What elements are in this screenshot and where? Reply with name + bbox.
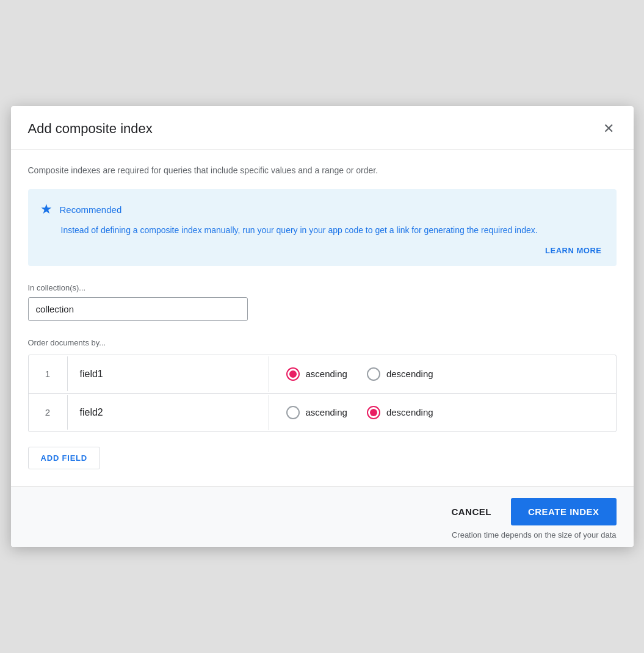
dialog-header: Add composite index ✕ <box>11 106 634 150</box>
row-2-ascending-label: ascending <box>306 407 347 417</box>
collection-label: In collection(s)... <box>28 283 617 292</box>
row-1-ascending-label: ascending <box>306 369 347 379</box>
row-1-descending-radio[interactable] <box>367 367 380 381</box>
close-button[interactable]: ✕ <box>601 120 617 138</box>
dialog-title: Add composite index <box>28 121 153 137</box>
row-2-descending-radio[interactable] <box>367 406 380 419</box>
table-row: 2 field2 ascending descending <box>29 394 616 431</box>
row-2-descending-option[interactable]: descending <box>367 406 433 419</box>
row-1-ascending-option[interactable]: ascending <box>286 367 347 381</box>
learn-more-link[interactable]: LEARN MORE <box>40 246 602 255</box>
row-1-descending-option[interactable]: descending <box>367 367 433 381</box>
fields-table: 1 field1 ascending descending 2 field2 <box>28 355 617 432</box>
recommendation-box: ★ Recommended Instead of defining a comp… <box>28 189 617 265</box>
row-1-options: ascending descending <box>269 355 616 393</box>
table-row: 1 field1 ascending descending <box>29 355 616 394</box>
row-2-options: ascending descending <box>269 394 616 431</box>
row-number-1: 1 <box>29 356 68 391</box>
add-composite-index-dialog: Add composite index ✕ Composite indexes … <box>11 106 634 546</box>
create-index-button[interactable]: CREATE INDEX <box>511 498 617 525</box>
recommendation-body: Instead of defining a composite index ma… <box>61 223 602 237</box>
footer-note: Creation time depends on the size of you… <box>452 530 617 539</box>
close-icon: ✕ <box>603 122 614 135</box>
intro-text: Composite indexes are required for queri… <box>28 164 617 177</box>
row-number-2: 2 <box>29 395 68 430</box>
row-2-descending-label: descending <box>386 407 433 417</box>
footer-actions: CANCEL CREATE INDEX <box>436 498 616 525</box>
dialog-footer: CANCEL CREATE INDEX Creation time depend… <box>11 486 634 547</box>
recommendation-title: Recommended <box>60 204 122 215</box>
row-1-descending-label: descending <box>386 369 433 379</box>
row-2-ascending-option[interactable]: ascending <box>286 406 347 419</box>
field-name-1: field1 <box>68 356 269 392</box>
field-name-2: field2 <box>68 395 269 430</box>
dialog-body: Composite indexes are required for queri… <box>11 150 634 486</box>
row-1-ascending-radio[interactable] <box>286 367 300 381</box>
rec-header: ★ Recommended <box>40 201 602 217</box>
order-label: Order documents by... <box>28 338 617 347</box>
star-icon: ★ <box>40 201 52 217</box>
collection-input[interactable] <box>28 297 248 321</box>
row-2-ascending-radio[interactable] <box>286 406 300 419</box>
add-field-button[interactable]: ADD FIELD <box>28 447 101 469</box>
cancel-button[interactable]: CANCEL <box>436 498 506 525</box>
